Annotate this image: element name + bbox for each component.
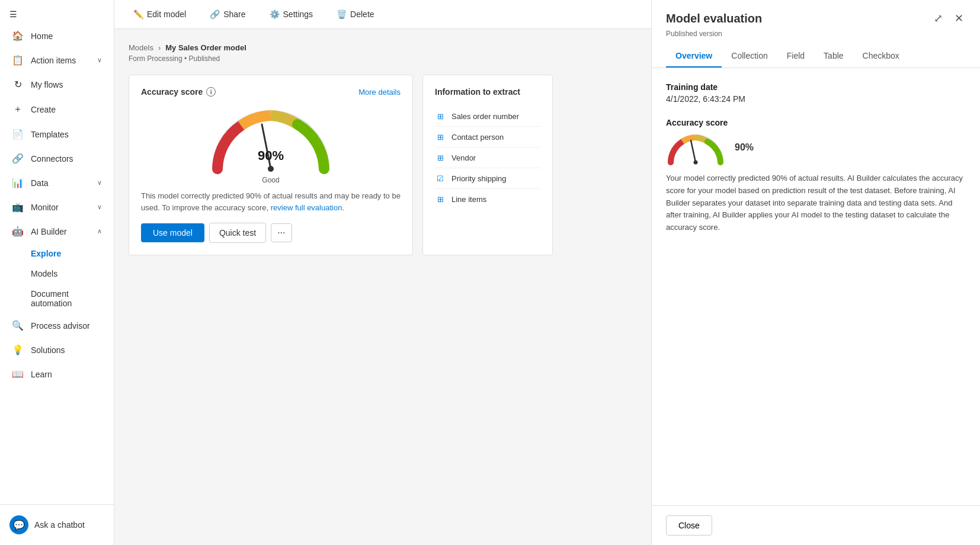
sidebar-label-monitor: Monitor (31, 203, 59, 212)
delete-icon: 🗑️ (337, 9, 347, 19)
extract-label-4: Line items (451, 195, 486, 204)
hamburger-button[interactable]: ☰ (0, 0, 114, 24)
sidebar-item-templates[interactable]: 📄 Templates (2, 123, 111, 146)
info-icon[interactable]: i (206, 87, 216, 97)
page-subtitle: Form Processing • Published (129, 54, 637, 63)
more-details-link[interactable]: More details (358, 88, 401, 97)
extract-item-4: ⊞ Line items (435, 189, 540, 209)
sidebar: ☰ 🏠 Home 📋 Action items ∨ ↻ My flows ＋ C… (0, 0, 114, 545)
panel-gauge-container: 90% (666, 130, 966, 165)
svg-text:90%: 90% (258, 148, 284, 163)
sidebar-label-my-flows: My flows (31, 80, 63, 89)
sidebar-label-templates: Templates (31, 130, 69, 139)
breadcrumb-separator: › (158, 43, 161, 52)
card-description: This model correctly predicted 90% of ac… (141, 190, 401, 213)
sidebar-item-data[interactable]: 📊 Data ∨ (2, 171, 111, 194)
close-panel-button[interactable]: ✕ (952, 9, 966, 27)
gauge-label: Good (262, 176, 279, 184)
content-area: Models › My Sales Order model Form Proce… (114, 29, 651, 545)
sidebar-item-doc-automation[interactable]: Document automation (2, 284, 111, 313)
settings-button[interactable]: ⚙️ Settings (265, 7, 318, 21)
sidebar-item-models[interactable]: Models (2, 264, 111, 283)
breadcrumb-current: My Sales Order model (165, 43, 246, 52)
connectors-icon: 🔗 (12, 153, 24, 164)
learn-icon: 📖 (12, 368, 24, 380)
accuracy-description: Your model correctly predicted 90% of ac… (666, 172, 966, 234)
action-items-icon: 📋 (12, 54, 24, 66)
extract-label-3: Priority shipping (451, 174, 507, 183)
delete-button[interactable]: 🗑️ Delete (332, 7, 379, 21)
sidebar-item-connectors[interactable]: 🔗 Connectors (2, 147, 111, 170)
review-link[interactable]: review full evaluation (271, 203, 342, 212)
breadcrumb: Models › My Sales Order model (129, 43, 637, 52)
sidebar-item-process-advisor[interactable]: 🔍 Process advisor (2, 314, 111, 337)
sidebar-item-learn[interactable]: 📖 Learn (2, 363, 111, 386)
close-button[interactable]: Close (666, 515, 712, 536)
delete-label: Delete (350, 9, 374, 19)
sidebar-label-home: Home (31, 31, 53, 41)
tab-table[interactable]: Table (814, 45, 853, 68)
process-advisor-icon: 🔍 (12, 320, 24, 331)
panel-subtitle: Published version (666, 30, 966, 38)
sidebar-label-learn: Learn (31, 370, 52, 379)
chatbot-icon: 💬 (9, 515, 28, 534)
sidebar-item-action-items[interactable]: 📋 Action items ∨ (2, 49, 111, 72)
edit-model-button[interactable]: ✏️ Edit model (129, 7, 191, 21)
table-icon-2: ⊞ (435, 152, 446, 163)
extract-item-2: ⊞ Vendor (435, 148, 540, 168)
sidebar-item-create[interactable]: ＋ Create (2, 97, 111, 121)
panel-accuracy-label: Accuracy score (666, 118, 966, 127)
share-button[interactable]: 🔗 Share (205, 7, 250, 21)
panel-tabs: Overview Collection Field Table Checkbox (666, 45, 966, 68)
toolbar: ✏️ Edit model 🔗 Share ⚙️ Settings 🗑️ Del… (114, 0, 651, 29)
extract-label-0: Sales order number (451, 112, 519, 121)
tab-field[interactable]: Field (777, 45, 814, 68)
panel-title: Model evaluation (666, 12, 762, 25)
extract-label-1: Contact person (451, 133, 504, 142)
table-icon-1: ⊞ (435, 132, 446, 142)
training-date-section: Training date 4/1/2022, 6:43:24 PM (666, 82, 966, 104)
sidebar-item-ai-builder[interactable]: 🤖 AI Builder ∧ (2, 220, 111, 243)
create-icon: ＋ (12, 103, 24, 116)
sidebar-item-monitor[interactable]: 📺 Monitor ∨ (2, 195, 111, 219)
share-icon: 🔗 (210, 9, 220, 19)
cards-row: Accuracy score i More details (129, 75, 637, 255)
extract-card: Information to extract ⊞ Sales order num… (422, 75, 553, 255)
use-model-button[interactable]: Use model (141, 223, 204, 242)
check-icon-3: ☑ (435, 173, 446, 184)
description-suffix: . (342, 203, 344, 212)
chatbot-button[interactable]: 💬 Ask a chatbot (0, 509, 114, 540)
sidebar-label-solutions: Solutions (31, 345, 65, 355)
share-label: Share (223, 9, 245, 19)
sidebar-item-explore[interactable]: Explore (2, 244, 111, 263)
sidebar-item-my-flows[interactable]: ↻ My flows (2, 73, 111, 96)
tab-overview[interactable]: Overview (666, 45, 722, 68)
extract-label-2: Vendor (451, 153, 476, 162)
sidebar-item-home[interactable]: 🏠 Home (2, 24, 111, 47)
quick-test-button[interactable]: Quick test (209, 223, 266, 243)
expand-icon: ⤢ (934, 12, 943, 24)
tab-checkbox[interactable]: Checkbox (853, 45, 909, 68)
ai-builder-icon: 🤖 (12, 226, 24, 237)
templates-icon: 📄 (12, 129, 24, 140)
sidebar-item-solutions[interactable]: 💡 Solutions (2, 338, 111, 361)
table-icon-4: ⊞ (435, 194, 446, 204)
settings-label: Settings (283, 9, 313, 19)
card-header: Accuracy score i More details (141, 87, 401, 97)
sidebar-label-data: Data (31, 178, 49, 188)
close-icon: ✕ (955, 12, 963, 24)
svg-line-3 (691, 140, 696, 162)
accuracy-title: Accuracy score (141, 87, 203, 97)
extract-item-3: ☑ Priority shipping (435, 168, 540, 189)
card-title: Accuracy score i (141, 87, 216, 97)
gauge-container: 90% Good (141, 104, 401, 184)
accuracy-gauge: 90% (206, 104, 336, 181)
svg-point-1 (268, 166, 274, 172)
tab-collection[interactable]: Collection (722, 45, 777, 68)
data-icon: 📊 (12, 177, 24, 188)
more-options-button[interactable]: ··· (271, 223, 292, 242)
table-icon-0: ⊞ (435, 111, 446, 121)
chevron-down-icon-monitor: ∨ (97, 203, 102, 211)
expand-button[interactable]: ⤢ (931, 9, 945, 27)
edit-icon: ✏️ (133, 9, 143, 19)
